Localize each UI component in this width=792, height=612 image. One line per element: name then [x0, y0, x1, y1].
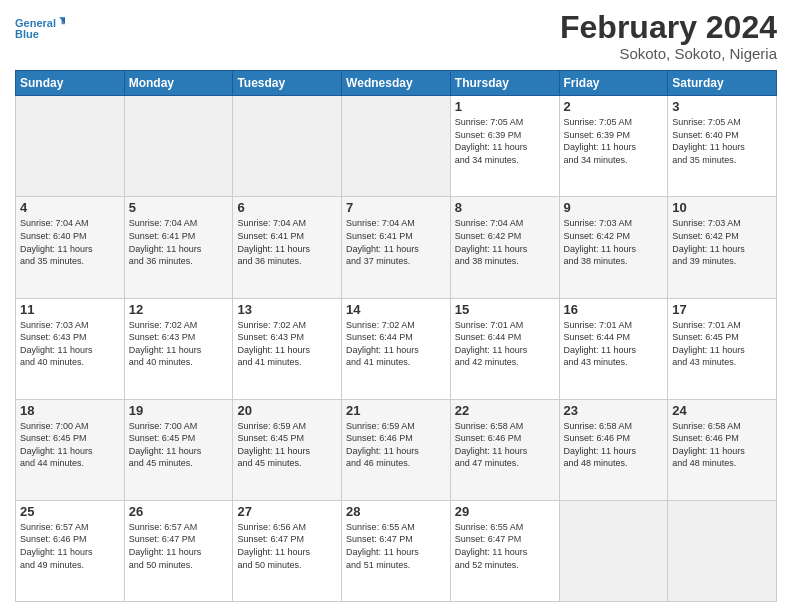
day-number: 19 [129, 403, 229, 418]
calendar-cell: 10Sunrise: 7:03 AM Sunset: 6:42 PM Dayli… [668, 197, 777, 298]
calendar-cell: 8Sunrise: 7:04 AM Sunset: 6:42 PM Daylig… [450, 197, 559, 298]
calendar-cell: 18Sunrise: 7:00 AM Sunset: 6:45 PM Dayli… [16, 399, 125, 500]
day-number: 11 [20, 302, 120, 317]
day-number: 25 [20, 504, 120, 519]
weekday-header-wednesday: Wednesday [342, 71, 451, 96]
calendar-cell: 6Sunrise: 7:04 AM Sunset: 6:41 PM Daylig… [233, 197, 342, 298]
day-info: Sunrise: 7:02 AM Sunset: 6:43 PM Dayligh… [129, 319, 229, 369]
day-info: Sunrise: 7:04 AM Sunset: 6:41 PM Dayligh… [237, 217, 337, 267]
day-info: Sunrise: 6:57 AM Sunset: 6:47 PM Dayligh… [129, 521, 229, 571]
day-number: 14 [346, 302, 446, 317]
day-number: 5 [129, 200, 229, 215]
day-info: Sunrise: 6:57 AM Sunset: 6:46 PM Dayligh… [20, 521, 120, 571]
calendar-cell: 5Sunrise: 7:04 AM Sunset: 6:41 PM Daylig… [124, 197, 233, 298]
day-info: Sunrise: 7:04 AM Sunset: 6:41 PM Dayligh… [129, 217, 229, 267]
week-row-2: 11Sunrise: 7:03 AM Sunset: 6:43 PM Dayli… [16, 298, 777, 399]
calendar-cell: 15Sunrise: 7:01 AM Sunset: 6:44 PM Dayli… [450, 298, 559, 399]
day-info: Sunrise: 7:00 AM Sunset: 6:45 PM Dayligh… [20, 420, 120, 470]
day-info: Sunrise: 7:02 AM Sunset: 6:43 PM Dayligh… [237, 319, 337, 369]
calendar-cell: 20Sunrise: 6:59 AM Sunset: 6:45 PM Dayli… [233, 399, 342, 500]
day-number: 13 [237, 302, 337, 317]
calendar-cell: 16Sunrise: 7:01 AM Sunset: 6:44 PM Dayli… [559, 298, 668, 399]
title-section: February 2024 Sokoto, Sokoto, Nigeria [560, 10, 777, 62]
day-info: Sunrise: 7:03 AM Sunset: 6:43 PM Dayligh… [20, 319, 120, 369]
day-number: 7 [346, 200, 446, 215]
calendar-cell: 9Sunrise: 7:03 AM Sunset: 6:42 PM Daylig… [559, 197, 668, 298]
day-number: 28 [346, 504, 446, 519]
day-number: 20 [237, 403, 337, 418]
day-info: Sunrise: 6:56 AM Sunset: 6:47 PM Dayligh… [237, 521, 337, 571]
calendar-cell: 29Sunrise: 6:55 AM Sunset: 6:47 PM Dayli… [450, 500, 559, 601]
day-number: 4 [20, 200, 120, 215]
day-number: 16 [564, 302, 664, 317]
day-number: 2 [564, 99, 664, 114]
day-number: 26 [129, 504, 229, 519]
week-row-3: 18Sunrise: 7:00 AM Sunset: 6:45 PM Dayli… [16, 399, 777, 500]
day-info: Sunrise: 6:59 AM Sunset: 6:45 PM Dayligh… [237, 420, 337, 470]
day-number: 27 [237, 504, 337, 519]
weekday-header-sunday: Sunday [16, 71, 125, 96]
day-number: 22 [455, 403, 555, 418]
day-number: 21 [346, 403, 446, 418]
calendar-cell: 7Sunrise: 7:04 AM Sunset: 6:41 PM Daylig… [342, 197, 451, 298]
weekday-header-friday: Friday [559, 71, 668, 96]
weekday-header-saturday: Saturday [668, 71, 777, 96]
day-info: Sunrise: 6:59 AM Sunset: 6:46 PM Dayligh… [346, 420, 446, 470]
calendar-table: SundayMondayTuesdayWednesdayThursdayFrid… [15, 70, 777, 602]
day-info: Sunrise: 7:01 AM Sunset: 6:44 PM Dayligh… [455, 319, 555, 369]
svg-text:Blue: Blue [15, 28, 39, 40]
day-info: Sunrise: 7:02 AM Sunset: 6:44 PM Dayligh… [346, 319, 446, 369]
day-number: 1 [455, 99, 555, 114]
weekday-header-row: SundayMondayTuesdayWednesdayThursdayFrid… [16, 71, 777, 96]
month-title: February 2024 [560, 10, 777, 45]
day-number: 9 [564, 200, 664, 215]
day-number: 10 [672, 200, 772, 215]
calendar-cell [668, 500, 777, 601]
day-number: 17 [672, 302, 772, 317]
day-info: Sunrise: 7:05 AM Sunset: 6:39 PM Dayligh… [564, 116, 664, 166]
day-number: 18 [20, 403, 120, 418]
calendar-cell: 17Sunrise: 7:01 AM Sunset: 6:45 PM Dayli… [668, 298, 777, 399]
calendar-cell: 25Sunrise: 6:57 AM Sunset: 6:46 PM Dayli… [16, 500, 125, 601]
logo-svg: General Blue [15, 10, 70, 50]
logo: General Blue [15, 10, 70, 50]
svg-text:General: General [15, 17, 56, 29]
day-info: Sunrise: 7:03 AM Sunset: 6:42 PM Dayligh… [564, 217, 664, 267]
day-info: Sunrise: 7:05 AM Sunset: 6:40 PM Dayligh… [672, 116, 772, 166]
week-row-1: 4Sunrise: 7:04 AM Sunset: 6:40 PM Daylig… [16, 197, 777, 298]
calendar-cell: 26Sunrise: 6:57 AM Sunset: 6:47 PM Dayli… [124, 500, 233, 601]
calendar-cell: 2Sunrise: 7:05 AM Sunset: 6:39 PM Daylig… [559, 96, 668, 197]
calendar-cell: 19Sunrise: 7:00 AM Sunset: 6:45 PM Dayli… [124, 399, 233, 500]
day-number: 24 [672, 403, 772, 418]
calendar-cell: 27Sunrise: 6:56 AM Sunset: 6:47 PM Dayli… [233, 500, 342, 601]
day-info: Sunrise: 7:01 AM Sunset: 6:45 PM Dayligh… [672, 319, 772, 369]
calendar-cell [559, 500, 668, 601]
day-info: Sunrise: 7:00 AM Sunset: 6:45 PM Dayligh… [129, 420, 229, 470]
weekday-header-tuesday: Tuesday [233, 71, 342, 96]
header: General Blue February 2024 Sokoto, Sokot… [15, 10, 777, 62]
weekday-header-thursday: Thursday [450, 71, 559, 96]
day-info: Sunrise: 7:01 AM Sunset: 6:44 PM Dayligh… [564, 319, 664, 369]
day-number: 3 [672, 99, 772, 114]
calendar-cell: 28Sunrise: 6:55 AM Sunset: 6:47 PM Dayli… [342, 500, 451, 601]
calendar-cell: 1Sunrise: 7:05 AM Sunset: 6:39 PM Daylig… [450, 96, 559, 197]
calendar-cell [233, 96, 342, 197]
page: General Blue February 2024 Sokoto, Sokot… [0, 0, 792, 612]
subtitle: Sokoto, Sokoto, Nigeria [560, 45, 777, 62]
day-info: Sunrise: 6:58 AM Sunset: 6:46 PM Dayligh… [455, 420, 555, 470]
calendar-cell: 13Sunrise: 7:02 AM Sunset: 6:43 PM Dayli… [233, 298, 342, 399]
calendar-cell: 21Sunrise: 6:59 AM Sunset: 6:46 PM Dayli… [342, 399, 451, 500]
calendar-cell [16, 96, 125, 197]
week-row-4: 25Sunrise: 6:57 AM Sunset: 6:46 PM Dayli… [16, 500, 777, 601]
calendar-cell: 12Sunrise: 7:02 AM Sunset: 6:43 PM Dayli… [124, 298, 233, 399]
day-info: Sunrise: 7:05 AM Sunset: 6:39 PM Dayligh… [455, 116, 555, 166]
day-info: Sunrise: 7:04 AM Sunset: 6:41 PM Dayligh… [346, 217, 446, 267]
day-info: Sunrise: 6:58 AM Sunset: 6:46 PM Dayligh… [564, 420, 664, 470]
day-info: Sunrise: 6:55 AM Sunset: 6:47 PM Dayligh… [455, 521, 555, 571]
day-number: 12 [129, 302, 229, 317]
calendar-cell: 23Sunrise: 6:58 AM Sunset: 6:46 PM Dayli… [559, 399, 668, 500]
day-info: Sunrise: 6:55 AM Sunset: 6:47 PM Dayligh… [346, 521, 446, 571]
day-info: Sunrise: 7:04 AM Sunset: 6:42 PM Dayligh… [455, 217, 555, 267]
day-info: Sunrise: 7:04 AM Sunset: 6:40 PM Dayligh… [20, 217, 120, 267]
calendar-cell: 22Sunrise: 6:58 AM Sunset: 6:46 PM Dayli… [450, 399, 559, 500]
